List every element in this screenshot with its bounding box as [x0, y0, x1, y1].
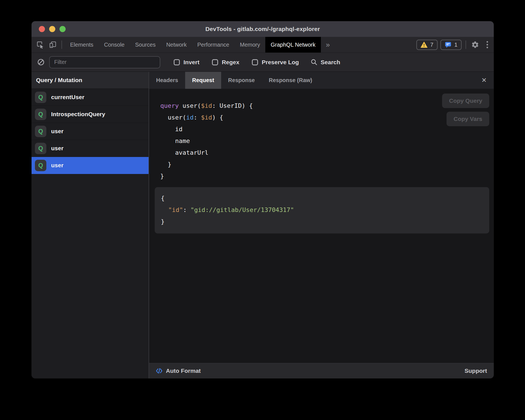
query-type-badge: Q [35, 126, 46, 137]
tab-response-raw[interactable]: Response (Raw) [262, 72, 319, 89]
query-variables-box: { "id": "gid://gitlab/User/13704317"} [155, 187, 489, 233]
query-name: user [51, 162, 63, 169]
tab-response[interactable]: Response [221, 72, 262, 89]
tab-performance[interactable]: Performance [192, 37, 235, 52]
panel-footer: Auto Format Support [149, 363, 494, 378]
query-name: IntrospectionQuery [51, 111, 105, 118]
code-format-icon [156, 367, 163, 374]
toolbar-separator [61, 40, 62, 49]
query-name: currentUser [51, 94, 84, 101]
invert-label: Invert [183, 59, 199, 66]
query-type-badge: Q [35, 109, 46, 120]
toolbar-icons [32, 37, 59, 52]
list-item-introspectionquery[interactable]: Q IntrospectionQuery [32, 106, 149, 123]
settings-gear-icon[interactable] [468, 37, 483, 52]
issues-badge[interactable]: 1 [440, 40, 462, 50]
maximize-window-button[interactable] [59, 26, 66, 32]
support-link[interactable]: Support [465, 367, 487, 374]
toolbar-separator [466, 40, 466, 49]
auto-format-label: Auto Format [166, 367, 201, 374]
kebab-menu-icon[interactable] [483, 37, 494, 52]
graphql-query-code: query user($id: UserID) { user(id: $id) … [160, 100, 253, 182]
more-tabs-chevron-icon[interactable]: » [321, 37, 335, 52]
tab-headers[interactable]: Headers [149, 72, 185, 89]
tab-graphql-network[interactable]: GraphQL Network [265, 37, 321, 52]
search-label: Search [321, 59, 340, 66]
invert-checkbox[interactable] [174, 59, 180, 65]
list-item-user-1[interactable]: Q user [32, 123, 149, 140]
close-window-button[interactable] [39, 26, 45, 32]
detail-panel: Headers Request Response Response (Raw) … [149, 72, 494, 378]
filter-input[interactable] [49, 56, 160, 68]
search-icon [311, 59, 318, 66]
tab-request[interactable]: Request [185, 72, 221, 89]
invert-checkbox-group[interactable]: Invert [174, 59, 199, 66]
preserve-log-checkbox[interactable] [252, 59, 258, 65]
preserve-log-label: Preserve Log [262, 59, 299, 66]
list-item-user-3-selected[interactable]: Q user [32, 157, 149, 174]
query-type-badge: Q [35, 160, 46, 171]
request-panel: query user($id: UserID) { user(id: $id) … [149, 89, 494, 363]
query-variables-json: { "id": "gid://gitlab/User/13704317"} [161, 192, 483, 228]
devtools-window: DevTools - gitlab.com/-/graphql-explorer… [32, 21, 494, 378]
tab-memory[interactable]: Memory [235, 37, 265, 52]
query-list: Q currentUser Q IntrospectionQuery Q use… [32, 89, 149, 378]
tab-console[interactable]: Console [99, 37, 130, 52]
warning-icon [421, 42, 428, 48]
tab-sources[interactable]: Sources [130, 37, 161, 52]
regex-checkbox-group[interactable]: Regex [212, 59, 239, 66]
regex-checkbox[interactable] [212, 59, 218, 65]
filter-bar: Invert Regex Preserve Log Search [32, 52, 494, 72]
device-toolbar-icon[interactable] [49, 41, 56, 48]
detail-tabbar: Headers Request Response Response (Raw) … [149, 72, 494, 89]
tab-elements[interactable]: Elements [65, 37, 99, 52]
traffic-lights [39, 21, 66, 37]
main-split: Query / Mutation Q currentUser Q Introsp… [32, 72, 494, 378]
message-icon [445, 41, 452, 48]
auto-format-control[interactable]: Auto Format [156, 367, 201, 374]
window-titlebar: DevTools - gitlab.com/-/graphql-explorer [32, 21, 494, 37]
query-name: user [51, 128, 63, 135]
tab-network[interactable]: Network [161, 37, 192, 52]
clear-block-icon[interactable] [37, 58, 45, 66]
copy-query-button[interactable]: Copy Query [442, 94, 489, 108]
warning-count: 7 [430, 42, 433, 48]
regex-label: Regex [222, 59, 239, 66]
search-control[interactable]: Search [311, 59, 340, 66]
query-sidebar: Query / Mutation Q currentUser Q Introsp… [32, 72, 149, 378]
sidebar-header: Query / Mutation [32, 72, 149, 89]
inspect-element-icon[interactable] [37, 41, 44, 49]
list-item-user-2[interactable]: Q user [32, 140, 149, 157]
copy-buttons: Copy Query Copy Vars [442, 94, 489, 126]
minimize-window-button[interactable] [49, 26, 55, 32]
devtools-tabbar: Elements Console Sources Network Perform… [32, 37, 494, 52]
warnings-badge[interactable]: 7 [416, 40, 438, 50]
preserve-log-checkbox-group[interactable]: Preserve Log [252, 59, 299, 66]
query-name: user [51, 145, 63, 152]
query-type-badge: Q [35, 143, 46, 154]
query-type-badge: Q [35, 92, 46, 103]
list-item-currentUser[interactable]: Q currentUser [32, 89, 149, 106]
copy-vars-button[interactable]: Copy Vars [447, 112, 489, 126]
window-title: DevTools - gitlab.com/-/graphql-explorer [205, 26, 320, 32]
close-icon[interactable]: ✕ [474, 72, 494, 89]
issue-count: 1 [454, 42, 457, 48]
